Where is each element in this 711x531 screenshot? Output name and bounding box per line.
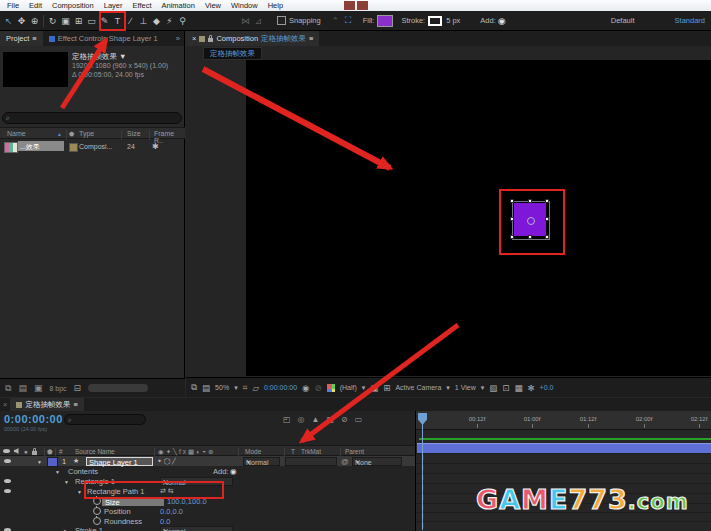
- magnification-caret-icon[interactable]: ▾: [234, 384, 238, 392]
- label-column-icon[interactable]: ⬟: [69, 130, 74, 137]
- transparency-grid-icon[interactable]: ⊞: [383, 383, 390, 393]
- project-settings-icon[interactable]: ▣: [34, 383, 43, 393]
- clone-stamp-tool-icon[interactable]: ⊥: [137, 16, 150, 26]
- tab-composition[interactable]: × Composition 定格抽帧效果 ≡: [186, 31, 319, 46]
- menu-effect[interactable]: Effect: [127, 1, 156, 10]
- menu-help[interactable]: Help: [263, 1, 288, 10]
- row-stroke-1[interactable]: ▶ Stroke 1 Normal▼: [0, 525, 415, 531]
- reset-exposure-icon[interactable]: ✻: [527, 383, 534, 393]
- workspace-standard[interactable]: Standard: [675, 16, 705, 25]
- eraser-tool-icon[interactable]: ◆: [150, 16, 163, 26]
- zoom-tool-icon[interactable]: ⊕: [28, 16, 41, 26]
- fast-previews-icon[interactable]: ▣: [370, 383, 378, 393]
- frame-blending-icon[interactable]: ▥: [326, 415, 334, 424]
- column-parent[interactable]: Parent: [345, 448, 364, 455]
- layer-row-shape-layer-1[interactable]: ▼ 1 ★ Shape Layer 1 ✦ ◯ ╱ Normal▼ @ None…: [0, 456, 415, 466]
- stroke-width-value[interactable]: 5 px: [446, 16, 460, 25]
- column-trkmat[interactable]: TrkMat: [301, 448, 321, 455]
- panel-menu-icon[interactable]: ≡: [309, 34, 313, 43]
- sort-arrow-icon[interactable]: ▲: [57, 131, 62, 137]
- project-search[interactable]: ⌕: [2, 112, 182, 124]
- layer-twirl-icon[interactable]: ▼: [37, 459, 42, 465]
- parent-dropdown[interactable]: None▼: [352, 457, 402, 466]
- comp-mini-flowchart-icon[interactable]: ◰: [283, 415, 291, 424]
- magnification-value[interactable]: 50%: [215, 384, 229, 391]
- menu-view[interactable]: View: [200, 1, 226, 10]
- snapping-checkbox[interactable]: [277, 16, 286, 25]
- roto-brush-tool-icon[interactable]: ⚡: [163, 16, 176, 26]
- stroke-color-swatch[interactable]: [428, 16, 442, 26]
- view-layout-value[interactable]: 1 View: [455, 384, 476, 391]
- row-contents[interactable]: ▼ Contents Add: ◉: [0, 466, 415, 476]
- tab-effect-controls[interactable]: Effect Controls Shape Layer 1: [43, 31, 164, 46]
- monitor-icon[interactable]: ▤: [202, 383, 210, 393]
- add-property-button[interactable]: ◉: [230, 467, 237, 476]
- label-column-icon[interactable]: ⬟: [47, 448, 53, 456]
- lock-icon[interactable]: [208, 38, 213, 42]
- trash-icon[interactable]: ⊟: [74, 383, 82, 393]
- stroke1-mode-dropdown[interactable]: Normal▼: [160, 526, 233, 531]
- close-tab-icon[interactable]: ×: [192, 34, 196, 43]
- menu-window[interactable]: Window: [226, 1, 263, 10]
- position-value[interactable]: 0.0,0.0: [160, 507, 183, 516]
- panel-menu-icon[interactable]: ≡: [73, 400, 77, 409]
- menu-composition[interactable]: Composition: [47, 1, 99, 10]
- layer-switch-icons[interactable]: ✦ ◯ ╱: [157, 457, 176, 464]
- timeline-button-icon[interactable]: ⊡: [502, 383, 509, 393]
- snap-expand-icon[interactable]: ⛶: [342, 15, 355, 26]
- composition-viewport[interactable]: [246, 60, 711, 376]
- position-stopwatch-icon[interactable]: [93, 507, 101, 515]
- rotate-tool-icon[interactable]: ↻: [46, 16, 59, 26]
- view-layout-caret-icon[interactable]: ▾: [481, 384, 485, 392]
- add-shape-button[interactable]: ◉: [498, 16, 506, 26]
- close-tab-icon[interactable]: ×: [0, 400, 10, 409]
- always-preview-icon[interactable]: ⧉: [191, 382, 197, 393]
- exposure-value[interactable]: +0.0: [540, 384, 554, 391]
- rectpath-eye-icon[interactable]: [4, 489, 11, 493]
- workspace-default[interactable]: Default: [611, 16, 635, 25]
- fill-label[interactable]: Fill:: [363, 16, 375, 25]
- parent-pickwhip-icon[interactable]: @: [341, 457, 349, 466]
- video-column-icon[interactable]: [3, 449, 10, 453]
- menu-file[interactable]: File: [2, 1, 24, 10]
- fill-color-swatch[interactable]: [377, 15, 393, 27]
- hide-shy-layers-icon[interactable]: ▲: [312, 415, 320, 424]
- trkmat-dropdown[interactable]: [285, 457, 337, 466]
- column-type[interactable]: Type: [79, 130, 94, 137]
- layer-name-field[interactable]: Shape Layer 1: [86, 457, 153, 466]
- lock-column-icon[interactable]: [32, 451, 37, 455]
- rectangle1-eye-icon[interactable]: [4, 479, 11, 483]
- show-snapshot-icon[interactable]: ⊘: [315, 383, 322, 393]
- column-size[interactable]: Size: [127, 130, 141, 137]
- snap-option-icon[interactable]: ⌃: [329, 16, 342, 26]
- project-item-row[interactable]: ...效果 Composi... 24 ✱: [0, 141, 185, 153]
- interpret-footage-icon[interactable]: ⧉: [5, 383, 11, 394]
- layer-duration-bar[interactable]: [417, 443, 711, 453]
- rectangle1-twirl-icon[interactable]: ▼: [64, 479, 69, 485]
- audio-column-icon[interactable]: [14, 448, 20, 454]
- rectpath-twirl-icon[interactable]: ▼: [77, 489, 82, 495]
- motion-blur-icon[interactable]: ⊘: [341, 415, 348, 424]
- snapshot-camera-icon[interactable]: ◉: [302, 383, 309, 393]
- project-search-input[interactable]: [10, 113, 178, 123]
- camera-caret-icon[interactable]: ▾: [446, 384, 450, 392]
- layer-visibility-eye-icon[interactable]: [4, 459, 11, 463]
- column-mode[interactable]: Mode: [245, 448, 261, 455]
- region-icon[interactable]: ▱: [252, 383, 259, 393]
- time-ruler[interactable]: 0f 00:12f 01:00f 01:12f 02:00f 02:12f: [416, 411, 711, 430]
- project-item-name[interactable]: ...效果: [18, 141, 64, 151]
- row-position[interactable]: Position 0.0,0.0: [0, 506, 415, 516]
- menu-edit[interactable]: Edit: [24, 1, 47, 10]
- layer-mode-dropdown[interactable]: Normal▼: [243, 457, 280, 466]
- roi-icon[interactable]: ⌗: [243, 382, 248, 393]
- pan-behind-tool-icon[interactable]: ⊞: [72, 16, 85, 26]
- panel-menu-icon[interactable]: ≡: [32, 34, 36, 43]
- resolution-caret-icon[interactable]: ▾: [362, 384, 366, 392]
- comp-name-chip[interactable]: 定格抽帧效果: [203, 47, 262, 60]
- tab-timeline[interactable]: 定格抽帧效果 ≡: [10, 398, 83, 411]
- contents-twirl-icon[interactable]: ▼: [55, 469, 60, 475]
- draft-3d-icon[interactable]: ◎: [298, 415, 305, 424]
- pixel-aspect-icon[interactable]: ▧: [489, 383, 497, 393]
- column-number[interactable]: #: [59, 448, 63, 455]
- playhead-line[interactable]: [422, 413, 423, 530]
